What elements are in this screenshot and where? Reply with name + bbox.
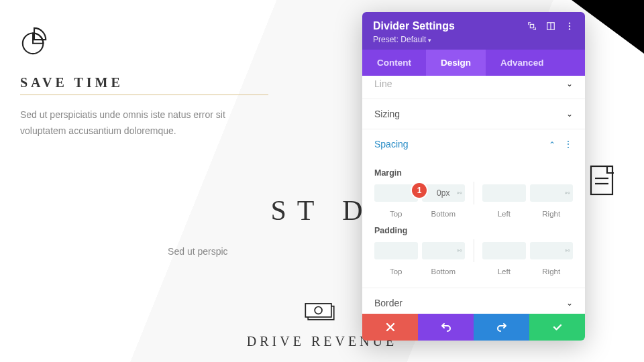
hero-heading-partial: ST D xyxy=(270,194,373,229)
padding-bottom-input[interactable]: ⚯ xyxy=(422,242,466,259)
section-spacing[interactable]: Spacing ⌃ ⋮ xyxy=(362,129,585,159)
divider-settings-panel: Divider Settings Preset: Default Content xyxy=(362,12,585,341)
pie-chart-icon xyxy=(20,27,48,55)
preset-dropdown[interactable]: Preset: Default xyxy=(373,35,574,44)
section-border[interactable]: Border ⌄ xyxy=(362,288,585,314)
margin-left-input[interactable] xyxy=(482,184,526,202)
chevron-down-icon: ⌄ xyxy=(566,79,573,88)
section-options-icon[interactable]: ⋮ xyxy=(564,139,573,149)
kebab-menu-icon[interactable] xyxy=(565,21,574,31)
link-values-icon[interactable]: ⚯ xyxy=(565,190,570,196)
svg-rect-2 xyxy=(305,304,331,317)
money-icon xyxy=(304,302,340,323)
chevron-down-icon: ⌄ xyxy=(566,298,573,308)
margin-right-input[interactable]: ⚯ xyxy=(530,184,574,202)
chevron-down-icon: ⌄ xyxy=(566,109,573,119)
margin-bottom-input[interactable]: 0px ⚯ xyxy=(422,184,466,202)
panel-title: Divider Settings xyxy=(373,20,455,32)
link-values-icon[interactable]: ⚯ xyxy=(457,247,462,254)
svg-rect-4 xyxy=(591,166,612,194)
section-line[interactable]: Line ⌄ xyxy=(362,76,585,99)
padding-left-input[interactable] xyxy=(482,242,526,259)
padding-right-input[interactable]: ⚯ xyxy=(530,242,574,259)
margin-top-input[interactable] xyxy=(374,184,418,202)
svg-point-10 xyxy=(569,22,570,23)
save-button[interactable] xyxy=(529,314,585,341)
document-icon xyxy=(584,164,624,197)
link-values-icon[interactable]: ⚯ xyxy=(565,247,570,254)
link-values-icon[interactable]: ⚯ xyxy=(457,190,462,196)
section-sizing[interactable]: Sizing ⌄ xyxy=(362,99,585,129)
feature-heading-save-time: SAVE TIME xyxy=(20,75,268,95)
expand-icon[interactable] xyxy=(527,21,537,31)
annotation-badge-1: 1 xyxy=(412,183,427,198)
svg-point-11 xyxy=(569,25,570,27)
padding-top-input[interactable] xyxy=(374,242,418,259)
undo-button[interactable] xyxy=(418,314,474,341)
chevron-up-icon: ⌃ xyxy=(549,140,555,149)
padding-label: Padding xyxy=(374,226,573,235)
tab-content[interactable]: Content xyxy=(362,50,426,76)
svg-rect-7 xyxy=(530,24,533,27)
redo-button[interactable] xyxy=(474,314,529,341)
feature-paragraph: Sed ut perspiciatis unde omnis iste natu… xyxy=(20,107,268,139)
svg-point-12 xyxy=(569,28,570,29)
snap-icon[interactable] xyxy=(546,21,555,31)
discard-button[interactable] xyxy=(362,314,418,341)
tab-advanced[interactable]: Advanced xyxy=(486,50,559,76)
margin-label: Margin xyxy=(374,168,573,178)
tab-design[interactable]: Design xyxy=(426,50,486,76)
hero-sub-left: Sed ut perspic xyxy=(168,246,228,257)
